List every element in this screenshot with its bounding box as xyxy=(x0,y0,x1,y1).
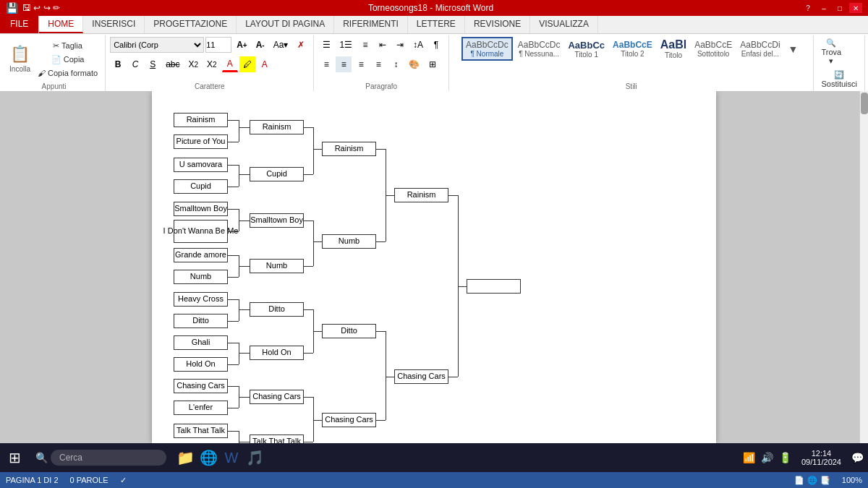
battery-icon[interactable]: 🔋 xyxy=(778,450,793,465)
r2-box-5: Hold On xyxy=(250,346,304,360)
close-button[interactable]: ✕ xyxy=(849,3,862,13)
search-container: 🔍 xyxy=(30,445,172,471)
align-left-button[interactable]: ≡ xyxy=(318,56,334,72)
style-titolo2[interactable]: AaBbCcE Titolo 2 xyxy=(610,38,655,59)
web-view-icon[interactable]: 🌐 xyxy=(807,476,817,485)
style-titolo1[interactable]: AaBbCc Titolo 1 xyxy=(565,38,608,60)
connector-line xyxy=(448,195,458,196)
case-button[interactable]: Aa▾ xyxy=(270,37,292,53)
font-size-input[interactable] xyxy=(205,37,231,53)
copia-button[interactable]: 📄 Copia xyxy=(35,53,101,66)
show-marks-button[interactable]: ¶ xyxy=(428,37,444,53)
font-selector[interactable]: Calibri (Corp xyxy=(110,37,204,53)
tab-progettazione[interactable]: PROGETTAZIONE xyxy=(145,16,237,33)
trova-button[interactable]: 🔍 Trova▾ xyxy=(818,37,844,67)
sort-button[interactable]: ↕A xyxy=(409,37,427,53)
style-more-button[interactable]: ▼ xyxy=(786,42,801,56)
search-input[interactable] xyxy=(51,450,166,466)
page-indicator: PAGINA 1 DI 2 xyxy=(6,476,59,484)
numbering-button[interactable]: 1☰ xyxy=(336,37,356,53)
print-view-icon[interactable]: 📄 xyxy=(794,476,804,485)
r2-box-7: Talk That Talk xyxy=(250,435,304,443)
style-nessuna[interactable]: AaBbCcDc ¶ Nessuna... xyxy=(515,38,563,59)
title-bar: 💾 🖫 ↩ ↪ ✏ Torneosongs18 - Microsoft Word… xyxy=(0,0,868,16)
text-color-button[interactable]: A xyxy=(257,56,273,72)
tab-layout[interactable]: LAYOUT DI PAGINA xyxy=(237,16,334,33)
style-enfasi[interactable]: AaBbCcDi Enfasi del... xyxy=(737,38,783,59)
start-button[interactable]: ⊞ xyxy=(3,445,27,471)
connector-line xyxy=(239,309,250,310)
grow-font-button[interactable]: A+ xyxy=(233,37,251,53)
connector-line xyxy=(228,321,239,322)
taskbar: ⊞ 🔍 📁 🌐 W 🎵 📶 🔊 🔋 12:14 09/11/2024 💬 xyxy=(0,443,868,472)
outline-view-icon[interactable]: 📑 xyxy=(820,476,830,485)
incolla-button[interactable]: 📋 xyxy=(7,43,33,65)
word-icon[interactable]: W xyxy=(221,448,242,468)
strikethrough-button[interactable]: abc xyxy=(162,56,183,72)
connector-line xyxy=(304,397,313,398)
file-explorer-icon[interactable]: 📁 xyxy=(175,448,195,468)
subscript-button[interactable]: X2 xyxy=(185,56,203,72)
shading-button[interactable]: 🎨 xyxy=(405,56,423,72)
tab-visualizza[interactable]: VISUALIZZA xyxy=(530,16,598,33)
spotify-icon[interactable]: 🎵 xyxy=(244,448,265,468)
document-page: RainismPicture of YouU samovaraCupidSmal… xyxy=(152,91,716,443)
decrease-indent-button[interactable]: ⇤ xyxy=(375,37,391,53)
restore-button[interactable]: □ xyxy=(833,3,846,13)
justify-button[interactable]: ≡ xyxy=(370,56,386,72)
connector-line xyxy=(313,331,323,332)
tab-home[interactable]: HOME xyxy=(39,16,83,33)
increase-indent-button[interactable]: ⇥ xyxy=(392,37,408,53)
line-spacing-button[interactable]: ↕ xyxy=(388,56,404,72)
r1-box-8: Heavy Cross xyxy=(174,292,228,307)
connector-line xyxy=(304,221,313,221)
bullets-button[interactable]: ☰ xyxy=(318,37,334,53)
align-right-button[interactable]: ≡ xyxy=(353,56,369,72)
connector-line xyxy=(304,266,313,267)
style-normale[interactable]: AaBbCcDc ¶ Normale xyxy=(461,37,513,61)
ribbon-tabs: FILE HOME INSERISCI PROGETTAZIONE LAYOUT… xyxy=(0,16,868,34)
style-titolo[interactable]: AaBl Titolo xyxy=(658,37,689,61)
chrome-icon[interactable]: 🌐 xyxy=(198,448,218,468)
shrink-font-button[interactable]: A- xyxy=(252,37,268,53)
font-color-button[interactable]: A xyxy=(222,56,238,72)
view-icons[interactable]: 📄 🌐 📑 xyxy=(794,476,830,485)
tab-revisione[interactable]: REVISIONE xyxy=(465,16,530,33)
notification-icon[interactable]: 💬 xyxy=(850,450,865,465)
taglia-button[interactable]: ✂ Taglia xyxy=(35,40,101,52)
connector-line xyxy=(239,397,250,398)
highlight-button[interactable]: 🖊 xyxy=(239,56,255,72)
search-icon: 🔍 xyxy=(35,452,48,463)
clock[interactable]: 12:14 09/11/2024 xyxy=(796,449,847,466)
tab-file[interactable]: FILE xyxy=(0,16,39,33)
scroll-thumb[interactable] xyxy=(861,93,868,114)
clear-format-button[interactable]: ✗ xyxy=(293,37,309,53)
r3-box-1: Numb xyxy=(322,234,376,249)
sostituisci-button[interactable]: 🔄 Sostituisci xyxy=(818,69,860,90)
italic-button[interactable]: C xyxy=(127,56,143,72)
superscript-button[interactable]: X2 xyxy=(203,56,221,72)
copia-formato-button[interactable]: 🖌 Copia formato xyxy=(35,67,101,79)
scroll-bar[interactable] xyxy=(859,91,868,443)
minimize-button[interactable]: – xyxy=(817,3,830,13)
multilevel-button[interactable]: ≡ xyxy=(357,37,373,53)
connector-line xyxy=(313,397,314,442)
network-icon[interactable]: 📶 xyxy=(741,450,757,465)
connector-line xyxy=(239,343,239,364)
connector-line xyxy=(239,299,239,321)
borders-button[interactable]: ⊞ xyxy=(425,56,441,72)
bold-button[interactable]: B xyxy=(110,56,126,72)
connector-line xyxy=(376,149,386,150)
align-center-button[interactable]: ≡ xyxy=(336,56,352,72)
volume-icon[interactable]: 🔊 xyxy=(760,450,775,465)
tab-lettere[interactable]: LETTERE xyxy=(408,16,465,33)
underline-button[interactable]: S xyxy=(145,56,161,72)
connector-line xyxy=(239,174,250,175)
r3-box-0: Rainism xyxy=(322,142,376,156)
r5-box-0 xyxy=(467,279,521,294)
tab-inserisci[interactable]: INSERISCI xyxy=(83,16,145,33)
help-button[interactable]: ? xyxy=(801,3,814,13)
tab-riferimenti[interactable]: RIFERIMENTI xyxy=(334,16,408,33)
word-count: 0 PAROLE xyxy=(70,476,109,484)
style-sottotitolo[interactable]: AaBbCcE Sottotitolo xyxy=(692,38,735,59)
